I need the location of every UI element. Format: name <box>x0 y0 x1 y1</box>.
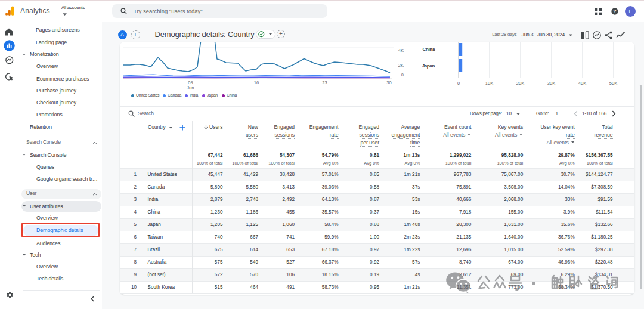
svg-text:10K: 10K <box>485 81 493 86</box>
svg-text:20K: 20K <box>516 81 524 86</box>
svg-text:China: China <box>423 47 435 52</box>
svg-text:40K: 40K <box>578 81 586 86</box>
svg-text:50K: 50K <box>609 81 617 86</box>
svg-text:Japan: Japan <box>422 63 435 69</box>
svg-text:30: 30 <box>386 80 391 85</box>
svg-text:16: 16 <box>254 80 259 85</box>
svg-text:0: 0 <box>457 81 460 86</box>
svg-text:0: 0 <box>401 72 404 78</box>
svg-text:30K: 30K <box>547 81 555 86</box>
svg-text:23: 23 <box>322 80 327 85</box>
svg-text:4K: 4K <box>398 48 404 53</box>
svg-text:?: ? <box>614 9 617 14</box>
svg-text:Jun: Jun <box>187 85 194 91</box>
svg-text:2K: 2K <box>398 63 404 68</box>
